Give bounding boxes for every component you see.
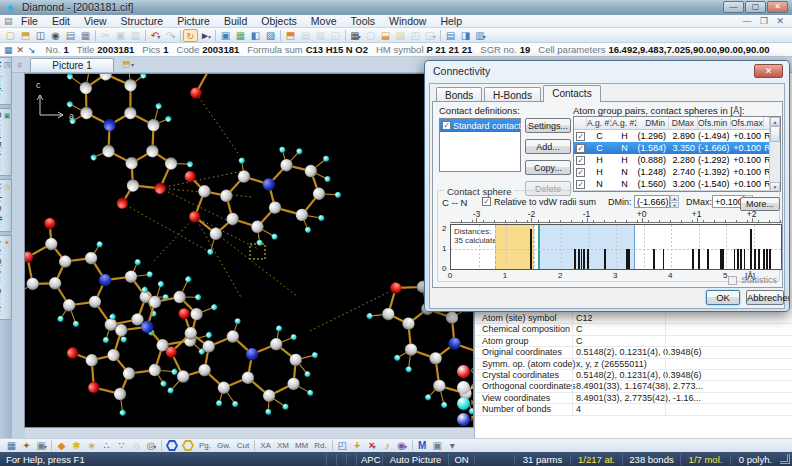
atom-H[interactable]	[334, 191, 341, 198]
menu-edit[interactable]: Edit	[45, 15, 77, 28]
ok-button[interactable]: OK	[706, 290, 740, 305]
atom-O[interactable]	[115, 195, 130, 210]
dropdown-arrow-icon[interactable]: ▾	[153, 444, 156, 450]
atom-H[interactable]	[275, 325, 282, 332]
viewport-icon[interactable]: ▦	[4, 439, 19, 452]
atom-O[interactable]	[178, 307, 191, 320]
more-button[interactable]: More...	[740, 197, 780, 211]
atom-O[interactable]	[65, 345, 81, 361]
table-row[interactable]: ✓CN(1.584)3.350(-1.666)+0.100R	[574, 142, 780, 154]
atom-C[interactable]	[163, 155, 180, 172]
dialog-tab-bonds[interactable]: Bonds	[436, 87, 482, 102]
atom-C[interactable]	[87, 294, 103, 310]
resize-grip[interactable]	[780, 454, 790, 464]
close-button[interactable]: ✕	[767, 1, 788, 13]
checkbox-icon[interactable]: ✓	[576, 180, 585, 189]
atom-H[interactable]	[119, 408, 127, 416]
atom-H[interactable]	[307, 389, 314, 396]
find-icon[interactable]: ◉	[48, 29, 63, 42]
atom-C[interactable]	[146, 361, 163, 378]
atom-H[interactable]	[186, 160, 194, 168]
add-molecule-icon[interactable]: ✱	[69, 439, 84, 452]
packing-icon[interactable]: ∵	[114, 439, 129, 452]
atom-H[interactable]	[157, 280, 165, 288]
complete-fragment-icon[interactable]: ∗	[84, 439, 99, 452]
atom-H[interactable]	[66, 74, 74, 80]
atom-C[interactable]	[122, 105, 139, 122]
new-document-icon[interactable]: ▢	[3, 29, 18, 42]
scroll-thumb[interactable]	[770, 126, 780, 142]
menu-objects[interactable]: Objects	[254, 15, 304, 28]
atom-H[interactable]	[146, 270, 154, 278]
atom-C[interactable]	[122, 77, 139, 94]
data-sheet-icon[interactable]: ▥▾	[473, 29, 488, 42]
report-view-icon[interactable]: ▨	[263, 29, 278, 42]
new-picture-tab-button[interactable]: ⬒ ▾	[122, 59, 146, 71]
atom-H[interactable]	[290, 334, 297, 341]
atom-H[interactable]	[102, 336, 110, 344]
toolbar-label-mm[interactable]: MM	[292, 441, 311, 450]
toolbar-label-pg[interactable]: Pg.	[196, 441, 214, 450]
relative-vdw-checkbox[interactable]: ✓	[482, 197, 491, 206]
atom-H[interactable]	[311, 352, 318, 359]
atom-H[interactable]	[57, 315, 65, 323]
toolbar-label-cut[interactable]: Cut	[234, 441, 252, 450]
atom-C[interactable]	[124, 177, 141, 194]
picture-view-icon[interactable]: ▣	[218, 29, 233, 42]
table-scrollbar[interactable]: ▲ ▼	[769, 117, 780, 191]
atom-H[interactable]	[66, 100, 74, 108]
checkbox-icon[interactable]: ✓	[576, 144, 585, 153]
atom-H[interactable]	[365, 312, 373, 320]
atom-C[interactable]	[111, 385, 128, 402]
cell-edges-icon[interactable]: ◰	[335, 439, 350, 452]
atom-C[interactable]	[303, 163, 318, 178]
atom-H[interactable]	[304, 226, 311, 233]
save-icon[interactable]: ◫	[33, 29, 48, 42]
atom-H[interactable]	[279, 146, 286, 153]
row-checkbox[interactable]: ✓	[574, 155, 587, 166]
add-button[interactable]: Add...	[525, 139, 571, 154]
dialog-tab-h-bonds[interactable]: H-Bonds	[484, 87, 541, 102]
menu-file[interactable]: File	[14, 15, 45, 28]
atom-C[interactable]	[145, 117, 162, 134]
atom-C[interactable]	[47, 275, 63, 291]
ring-planes-icon[interactable]	[182, 440, 194, 451]
atom-H[interactable]	[318, 214, 325, 221]
center-view-icon[interactable]: ◎▾	[144, 439, 159, 452]
pointer-mode-icon[interactable]: ►▾	[198, 29, 213, 42]
measure-icon[interactable]: M	[415, 439, 430, 452]
dropdown-arrow-icon[interactable]: ▾	[44, 444, 47, 450]
render-wheel-icon[interactable]: ◉▾	[395, 439, 410, 452]
atom-H[interactable]	[205, 331, 213, 339]
new-structure-icon[interactable]: ⬒	[283, 29, 298, 42]
row-checkbox[interactable]: ✓	[574, 179, 587, 190]
atom-H[interactable]	[207, 248, 214, 255]
split-view-icon[interactable]: ◧	[248, 29, 263, 42]
add-atom-icon[interactable]: ◆	[54, 439, 69, 452]
menu-window[interactable]: Window	[382, 15, 433, 28]
toolbar-label-xm[interactable]: XM	[274, 441, 292, 450]
delete-icon[interactable]: ✕	[17, 45, 25, 55]
dropdown-arrow-icon[interactable]: ▾	[483, 34, 486, 40]
atom-H[interactable]	[271, 233, 278, 240]
row-checkbox[interactable]: ✓	[574, 167, 587, 178]
atom-H[interactable]	[216, 400, 223, 407]
dropdown-arrow-icon[interactable]: ▾	[208, 34, 211, 40]
atom-H[interactable]	[184, 275, 192, 283]
scroll-up-icon[interactable]: ▲	[770, 117, 780, 126]
undo-icon[interactable]: ↶▾	[148, 29, 163, 42]
dialog-close-button[interactable]: ✕	[754, 64, 783, 78]
atom-O[interactable]	[86, 380, 102, 396]
rotate-mode-icon[interactable]: ↻	[183, 29, 198, 42]
atom-H[interactable]	[238, 157, 245, 164]
tab-picture-1[interactable]: Picture 1	[30, 58, 114, 73]
atom-C[interactable]	[83, 250, 99, 266]
sidebar-tab-undo-buffer[interactable]: ◷Undo Buffer	[0, 179, 12, 232]
atom-H[interactable]	[282, 403, 289, 410]
move-atoms-icon[interactable]: +	[350, 439, 365, 452]
toolbar-label-gw[interactable]: Gw.	[214, 441, 234, 450]
contact-definitions-list[interactable]: ✓Standard contacts	[439, 118, 521, 172]
atom-N[interactable]	[97, 272, 113, 288]
atom-O[interactable]	[152, 181, 167, 196]
report-icon[interactable]: ▤	[443, 29, 458, 42]
